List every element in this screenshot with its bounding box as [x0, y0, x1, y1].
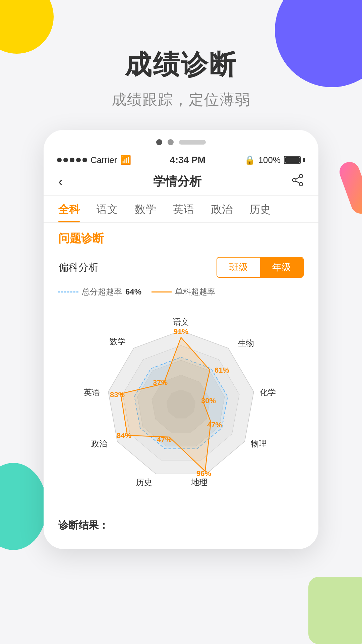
- battery-pct: 100%: [258, 155, 281, 165]
- svg-point-0: [299, 174, 303, 178]
- label-zhengzhi: 政治: [91, 439, 107, 448]
- analysis-label: 偏科分析: [58, 261, 99, 274]
- tab-english[interactable]: 英语: [173, 202, 194, 222]
- label-huaxue: 化学: [260, 388, 276, 397]
- battery-fill: [285, 157, 300, 163]
- signal-dot: [82, 158, 87, 162]
- label-yuwen: 语文: [173, 317, 189, 326]
- carrier-label: Carrier: [90, 155, 117, 165]
- tab-all[interactable]: 全科: [58, 202, 80, 222]
- back-button[interactable]: ‹: [58, 174, 63, 189]
- tab-chinese[interactable]: 语文: [97, 202, 118, 222]
- tab-bar: 全科 语文 数学 英语 政治 历史: [44, 196, 318, 223]
- label-lishi: 历史: [136, 478, 152, 487]
- legend-dashed: 总分超越率 64%: [58, 286, 141, 297]
- battery-icon: [284, 156, 305, 164]
- legend-row: 总分超越率 64% 单科超越率: [44, 283, 318, 301]
- wifi-icon: 📶: [120, 155, 131, 165]
- signal-dot: [63, 158, 68, 162]
- share-icon[interactable]: [292, 174, 304, 189]
- pct-huaxue: 30%: [201, 396, 216, 405]
- label-shengwu: 生物: [238, 338, 254, 347]
- nav-bar: ‹ 学情分析: [44, 168, 318, 196]
- status-time: 4:34 PM: [170, 155, 205, 165]
- battery-tip: [303, 158, 305, 162]
- legend-solid-line: [152, 291, 172, 292]
- svg-point-2: [299, 182, 303, 186]
- status-left: Carrier 📶: [57, 155, 131, 165]
- label-yingyu: 英语: [84, 388, 100, 397]
- label-wuli: 物理: [251, 439, 267, 448]
- tab-history[interactable]: 历史: [249, 202, 271, 222]
- label-shuxue: 数学: [110, 337, 126, 346]
- pct-zhengzhi: 84%: [117, 431, 131, 440]
- result-label: 诊断结果：: [44, 512, 318, 536]
- legend-dashed-value: 64%: [125, 287, 141, 297]
- legend-dashed-line: [58, 291, 78, 292]
- main-title: 成绩诊断: [0, 47, 362, 83]
- signal-dot: [70, 158, 74, 162]
- legend-solid: 单科超越率: [152, 286, 215, 297]
- toggle-grade[interactable]: 年级: [260, 258, 303, 277]
- bg-decoration-brush: [337, 159, 362, 217]
- label-dili: 地理: [191, 478, 207, 487]
- pct-lishi: 47%: [157, 435, 172, 444]
- toggle-group[interactable]: 班级 年级: [217, 257, 304, 278]
- dot-line: [179, 140, 206, 145]
- header-section: 成绩诊断 成绩跟踪，定位薄弱: [0, 0, 362, 130]
- battery-body: [284, 156, 301, 164]
- pct-dili: 96%: [196, 469, 211, 478]
- svg-point-1: [293, 178, 296, 182]
- pagination: [44, 130, 318, 152]
- signal-dot: [76, 158, 81, 162]
- analysis-row: 偏科分析 班级 年级: [44, 252, 318, 283]
- tab-math[interactable]: 数学: [135, 202, 156, 222]
- lock-icon: 🔒: [244, 155, 255, 165]
- bg-decoration-teal: [0, 463, 47, 550]
- status-right: 🔒 100%: [244, 155, 305, 165]
- signal-dots: [57, 158, 87, 162]
- section-problem-diagnosis: 问题诊断: [44, 223, 318, 252]
- pct-wuli: 47%: [207, 421, 222, 429]
- toggle-class[interactable]: 班级: [217, 258, 260, 277]
- pct-shuxue: 37%: [153, 378, 168, 387]
- dot-2: [168, 139, 174, 145]
- radar-container: .radar-axis { stroke: #ccc; stroke-width…: [44, 301, 318, 512]
- status-bar: Carrier 📶 4:34 PM 🔒 100%: [44, 152, 318, 168]
- svg-line-4: [296, 181, 299, 183]
- nav-title: 学情分析: [153, 173, 201, 190]
- svg-line-3: [296, 177, 299, 179]
- tab-politics[interactable]: 政治: [211, 202, 233, 222]
- bg-decoration-green: [308, 577, 362, 644]
- dot-1: [156, 139, 162, 145]
- legend-solid-label: 单科超越率: [175, 286, 215, 297]
- legend-dashed-label: 总分超越率: [82, 286, 122, 297]
- pct-yingyu: 83%: [110, 390, 125, 399]
- pct-shengwu: 61%: [215, 366, 229, 374]
- sub-title: 成绩跟踪，定位薄弱: [0, 90, 362, 110]
- phone-mockup: Carrier 📶 4:34 PM 🔒 100% ‹ 学情分析: [44, 130, 318, 549]
- signal-dot: [57, 158, 62, 162]
- radar-chart: .radar-axis { stroke: #ccc; stroke-width…: [60, 304, 302, 505]
- pct-yuwen: 91%: [174, 327, 188, 336]
